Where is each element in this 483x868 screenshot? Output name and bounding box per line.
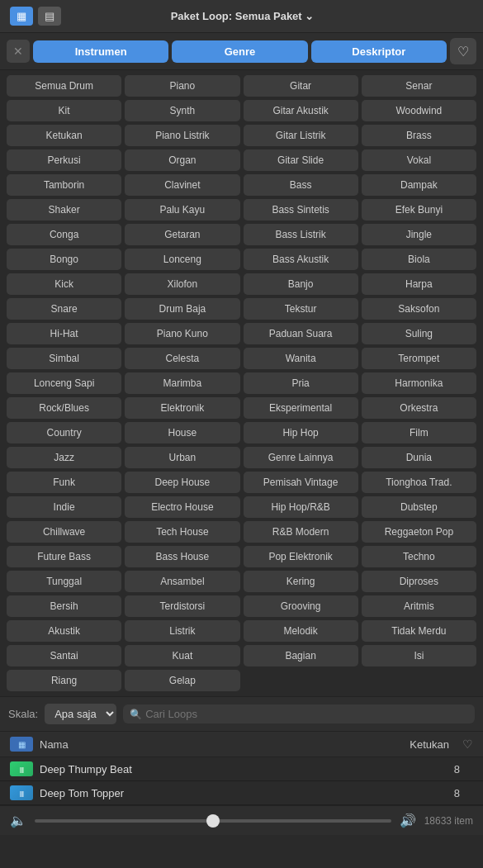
grid-item[interactable]: Snare <box>7 298 121 320</box>
tab-deskriptor[interactable]: Deskriptor <box>311 40 447 63</box>
grid-item[interactable]: Getaran <box>125 224 239 245</box>
grid-item[interactable]: Bass Sintetis <box>244 199 358 221</box>
grid-item[interactable]: Piano Listrik <box>125 125 239 146</box>
grid-item[interactable]: Elektronik <box>125 397 239 419</box>
grid-item[interactable]: Hip Hop <box>244 422 358 443</box>
grid-item[interactable]: Harpa <box>362 273 476 295</box>
grid-item[interactable]: Synth <box>125 100 239 121</box>
grid-item[interactable]: Gitar Listrik <box>244 125 358 146</box>
grid-item[interactable]: Genre Lainnya <box>244 447 358 468</box>
grid-item[interactable]: Banjo <box>244 273 358 295</box>
grid-item[interactable]: Celesta <box>125 348 239 369</box>
grid-item[interactable]: Piano <box>125 75 239 97</box>
volume-up-icon[interactable]: 🔊 <box>400 813 416 828</box>
grid-item[interactable]: Urban <box>125 447 239 468</box>
grid-item[interactable]: Tionghoa Trad. <box>362 472 476 493</box>
search-input[interactable] <box>145 708 468 720</box>
grid-item[interactable]: Jazz <box>7 447 121 468</box>
grid-item[interactable]: Bass <box>244 174 358 196</box>
grid-item[interactable]: Grooving <box>244 595 358 617</box>
grid-item[interactable]: Bongo <box>7 249 121 270</box>
grid-item[interactable]: Biola <box>362 249 476 270</box>
grid-item[interactable]: Rock/Blues <box>7 397 121 419</box>
grid-item[interactable]: Funk <box>7 472 121 493</box>
grid-item[interactable]: Vokal <box>362 149 476 171</box>
grid-item[interactable]: Pria <box>244 372 358 394</box>
grid-view-button[interactable]: ▦ <box>10 7 33 26</box>
grid-item[interactable]: Palu Kayu <box>125 199 239 221</box>
grid-item[interactable]: Diproses <box>362 571 476 592</box>
grid-item[interactable]: Piano Kuno <box>125 323 239 344</box>
grid-item[interactable]: Kick <box>7 273 121 295</box>
grid-item[interactable]: Bagian <box>244 645 358 666</box>
grid-item[interactable]: Semua Drum <box>7 75 121 97</box>
grid-item[interactable]: Kuat <box>125 645 239 666</box>
grid-item[interactable]: Eksperimental <box>244 397 358 419</box>
grid-item[interactable]: Paduan Suara <box>244 323 358 344</box>
grid-item[interactable]: Brass <box>362 125 476 146</box>
grid-item[interactable]: Gitar Akustik <box>244 100 358 121</box>
list-view-button[interactable]: ▤ <box>38 7 61 26</box>
grid-item[interactable]: Indie <box>7 496 121 518</box>
grid-item[interactable]: R&B Modern <box>244 521 358 543</box>
grid-item[interactable]: Clavinet <box>125 174 239 196</box>
grid-item[interactable]: Orkestra <box>362 397 476 419</box>
grid-item[interactable]: Suling <box>362 323 476 344</box>
grid-item[interactable]: Tidak Merdu <box>362 620 476 642</box>
grid-item[interactable]: Ansambel <box>125 571 239 592</box>
grid-item[interactable]: Dubstep <box>362 496 476 518</box>
grid-item[interactable]: Terdistorsi <box>125 595 239 617</box>
grid-item[interactable]: Woodwind <box>362 100 476 121</box>
grid-item[interactable]: Isi <box>362 645 476 666</box>
grid-item[interactable]: Harmonika <box>362 372 476 394</box>
grid-item[interactable]: Kering <box>244 571 358 592</box>
grid-item[interactable]: Country <box>7 422 121 443</box>
grid-item[interactable]: Xilofon <box>125 273 239 295</box>
grid-item[interactable]: Tunggal <box>7 571 121 592</box>
grid-item[interactable]: Lonceng <box>125 249 239 270</box>
grid-item[interactable]: Tekstur <box>244 298 358 320</box>
grid-item[interactable]: Tech House <box>125 521 239 543</box>
close-button[interactable]: ✕ <box>7 40 30 63</box>
grid-item[interactable]: Bass Listrik <box>244 224 358 245</box>
tab-genre[interactable]: Genre <box>172 40 307 63</box>
grid-item[interactable]: Listrik <box>125 620 239 642</box>
grid-item[interactable]: Akustik <box>7 620 121 642</box>
grid-item[interactable]: House <box>125 422 239 443</box>
grid-item[interactable]: Perkusi <box>7 149 121 171</box>
grid-item[interactable]: Gitar Slide <box>244 149 358 171</box>
grid-item[interactable]: Shaker <box>7 199 121 221</box>
grid-item[interactable]: Bass House <box>125 546 239 567</box>
favorites-button[interactable]: ♡ <box>450 38 476 64</box>
grid-item[interactable]: Film <box>362 422 476 443</box>
grid-item[interactable]: Terompet <box>362 348 476 369</box>
grid-item[interactable]: Santai <box>7 645 121 666</box>
grid-item[interactable]: Reggaeton Pop <box>362 521 476 543</box>
grid-item[interactable]: Wanita <box>244 348 358 369</box>
grid-item[interactable]: Senar <box>362 75 476 97</box>
grid-item[interactable]: Drum Baja <box>125 298 239 320</box>
grid-item[interactable]: Dampak <box>362 174 476 196</box>
grid-item[interactable]: Organ <box>125 149 239 171</box>
tab-instrumen[interactable]: Instrumen <box>33 40 168 63</box>
grid-item[interactable]: Melodik <box>244 620 358 642</box>
grid-item[interactable]: Aritmis <box>362 595 476 617</box>
grid-item[interactable]: Chillwave <box>7 521 121 543</box>
grid-item[interactable]: Tamborin <box>7 174 121 196</box>
grid-item[interactable]: Dunia <box>362 447 476 468</box>
list-item[interactable]: ||||Deep Thumpy Beat8 <box>0 757 483 781</box>
grid-item[interactable]: Jingle <box>362 224 476 245</box>
grid-item[interactable]: Marimba <box>125 372 239 394</box>
grid-item[interactable]: Hip Hop/R&B <box>244 496 358 518</box>
grid-item[interactable]: Conga <box>7 224 121 245</box>
grid-item[interactable]: Lonceng Sapi <box>7 372 121 394</box>
grid-item[interactable]: Bersih <box>7 595 121 617</box>
grid-item[interactable]: Saksofon <box>362 298 476 320</box>
grid-item[interactable]: Hi-Hat <box>7 323 121 344</box>
scale-select[interactable]: Apa saja <box>45 704 116 724</box>
grid-item[interactable]: Pop Elektronik <box>244 546 358 567</box>
grid-item[interactable]: Bass Akustik <box>244 249 358 270</box>
playback-slider[interactable] <box>35 819 391 823</box>
grid-item[interactable]: Ketukan <box>7 125 121 146</box>
grid-item[interactable]: Gitar <box>244 75 358 97</box>
